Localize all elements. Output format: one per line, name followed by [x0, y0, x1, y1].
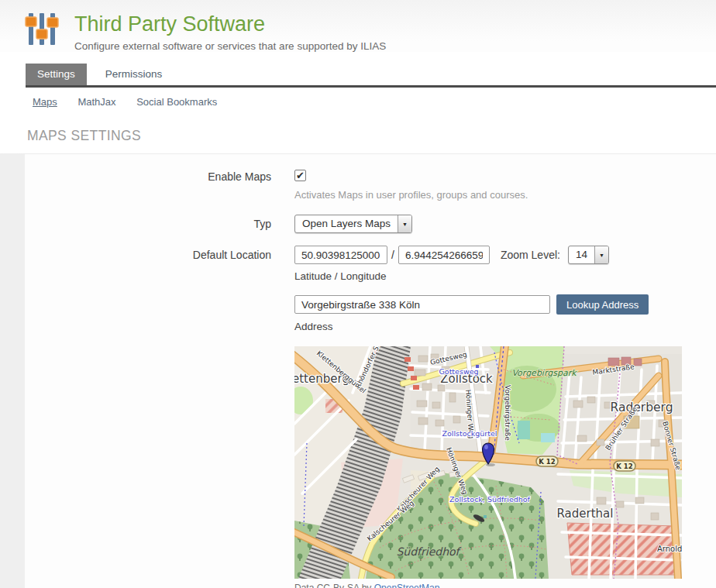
- subtab-social-bookmarks[interactable]: Social Bookmarks: [136, 96, 217, 108]
- type-select[interactable]: Open Layers Maps ▼: [294, 215, 412, 233]
- address-spacer: [25, 294, 271, 297]
- map-preview[interactable]: K 12 K 12 Klettenberg Zollstock Raderber…: [294, 346, 682, 579]
- subtabs: Maps MathJax Social Bookmarks: [0, 88, 716, 115]
- zoom-level-value: 14: [569, 246, 594, 263]
- page: { "header": { "title": "Third Party Soft…: [0, 0, 716, 588]
- zoom-level-label: Zoom Level:: [501, 249, 560, 261]
- map-label-k12-2: K 12: [616, 462, 632, 470]
- openstreetmap-link[interactable]: OpenStreetMap: [374, 583, 440, 588]
- tab-permissions[interactable]: Permissions: [94, 64, 174, 85]
- attribution-text: Data CC-By-SA by: [294, 583, 374, 588]
- chevron-down-icon: ▼: [398, 215, 411, 232]
- map-label-vorgebirgspark: Vorgebirgspark: [511, 368, 577, 378]
- enable-maps-checkbox[interactable]: ✔: [294, 170, 306, 181]
- map-attribution: Data CC-By-SA by OpenStreetMap: [294, 583, 682, 588]
- app-header: Third Party Software Configure external …: [0, 0, 716, 52]
- row-type: Typ Open Layers Maps ▼: [25, 215, 716, 233]
- tab-settings[interactable]: Settings: [26, 64, 87, 85]
- map-label-k12-1: K 12: [539, 458, 555, 466]
- lookup-address-button[interactable]: Lookup Address: [556, 294, 649, 315]
- map-label-stop-suedfriedhof: Zollstock, Südfriedhof: [449, 495, 531, 504]
- lat-lng-sublabel: Latitude / Longitude: [294, 270, 609, 282]
- map-label-vorgebirgstrasse: Vorgebirgstraße: [504, 385, 511, 441]
- map-label-raderthal: Raderthal: [557, 507, 614, 521]
- map-label-raderberg: Raderberg: [611, 401, 673, 414]
- type-label: Typ: [25, 215, 271, 230]
- address-input[interactable]: [294, 295, 550, 314]
- row-enable-maps: Enable Maps ✔ Activates Maps in user pro…: [25, 167, 716, 201]
- type-select-value: Open Layers Maps: [295, 215, 398, 232]
- subtab-maps[interactable]: Maps: [33, 96, 57, 108]
- section-title: MAPS SETTINGS: [27, 128, 716, 144]
- map-label-suedfriedhof: Südfriedhof: [396, 545, 461, 558]
- lat-lng-separator: /: [391, 249, 394, 261]
- longitude-input[interactable]: [398, 246, 490, 264]
- maps-settings-form: Enable Maps ✔ Activates Maps in user pro…: [0, 153, 716, 588]
- map-label-zollstockguertel: Zollstockgürtel: [442, 429, 497, 438]
- enable-maps-label: Enable Maps: [25, 167, 271, 183]
- address-sublabel: Address: [294, 321, 682, 332]
- default-location-label: Default Location: [25, 246, 271, 261]
- page-subtitle: Configure external software or services …: [74, 40, 386, 52]
- page-title: Third Party Software: [74, 12, 386, 36]
- subtab-mathjax[interactable]: MathJax: [77, 96, 115, 108]
- row-address: Lookup Address Address: [25, 294, 716, 588]
- map-label-gottesweg-stop: Gottesweg: [439, 367, 478, 376]
- sliders-icon: [23, 11, 60, 48]
- enable-maps-help: Activates Maps in user profiles, groups …: [294, 189, 528, 201]
- tabbar: Settings Permissions: [26, 64, 716, 85]
- chevron-down-icon: ▼: [594, 246, 608, 263]
- row-default-location: Default Location / Zoom Level: 14 ▼ Lati…: [25, 246, 716, 282]
- zoom-level-select[interactable]: 14 ▼: [568, 246, 609, 264]
- map-label-arnoldshoehe: Arnoldshöhe: [657, 545, 682, 553]
- latitude-input[interactable]: [294, 246, 387, 264]
